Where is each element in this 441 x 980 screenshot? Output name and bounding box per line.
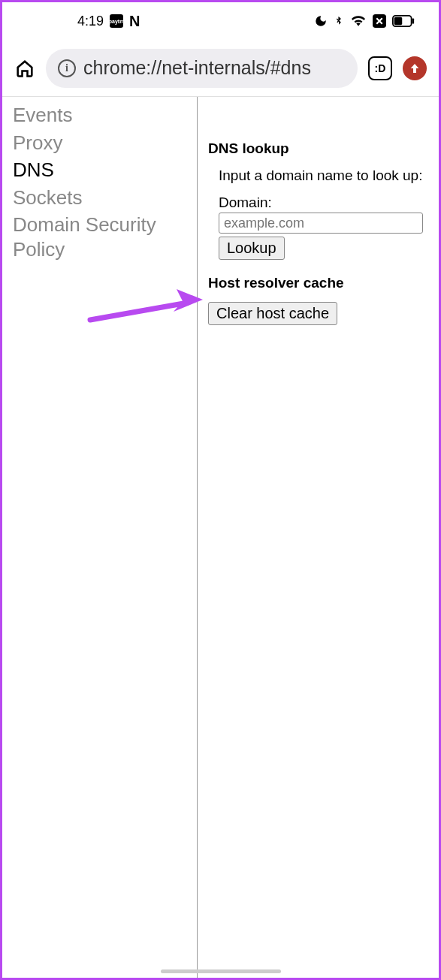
- url-bar[interactable]: i chrome://net-internals/#dns: [46, 49, 358, 88]
- home-button[interactable]: [14, 58, 35, 79]
- status-right: [314, 14, 415, 29]
- host-resolver-cache-heading: Host resolver cache: [208, 275, 428, 291]
- sidebar: Events Proxy DNS Sockets Domain Security…: [2, 97, 198, 978]
- url-text: chrome://net-internals/#dns: [83, 57, 311, 79]
- site-info-icon[interactable]: i: [58, 59, 76, 77]
- browser-toolbar: i chrome://net-internals/#dns :D: [2, 40, 439, 97]
- svg-rect-3: [412, 18, 414, 23]
- domain-label: Domain:: [219, 194, 428, 211]
- main-panel: DNS lookup Input a domain name to look u…: [198, 97, 439, 978]
- dns-lookup-instruction: Input a domain name to look up:: [219, 167, 428, 184]
- battery-icon: [392, 15, 415, 27]
- home-icon: [14, 58, 35, 79]
- sidebar-item-dns[interactable]: DNS: [2, 156, 197, 184]
- sidebar-item-proxy[interactable]: Proxy: [2, 129, 197, 157]
- wifi-icon: [350, 14, 367, 28]
- app-notification-icon: paytm: [110, 14, 123, 28]
- tabs-button[interactable]: :D: [368, 56, 392, 80]
- tab-count: :D: [375, 62, 386, 74]
- sidebar-item-domain-security-policy[interactable]: Domain Security Policy: [2, 211, 197, 263]
- clear-host-cache-button[interactable]: Clear host cache: [208, 302, 337, 325]
- close-badge-icon: [373, 14, 386, 28]
- netflix-notification-icon: N: [129, 13, 140, 30]
- sidebar-item-sockets[interactable]: Sockets: [2, 184, 197, 212]
- arrow-up-icon: [409, 62, 421, 74]
- sidebar-item-events[interactable]: Events: [2, 101, 197, 129]
- dns-lookup-heading: DNS lookup: [208, 140, 428, 157]
- page-content: Events Proxy DNS Sockets Domain Security…: [2, 97, 439, 978]
- update-menu-button[interactable]: [403, 56, 427, 80]
- status-time: 4:19: [77, 14, 104, 29]
- status-bar: 4:19 paytm N: [2, 2, 439, 40]
- status-left: 4:19 paytm N: [77, 13, 140, 30]
- lookup-button[interactable]: Lookup: [219, 237, 285, 260]
- dnd-moon-icon: [314, 14, 328, 28]
- gesture-nav-handle[interactable]: [161, 969, 281, 973]
- svg-rect-2: [394, 17, 403, 26]
- bluetooth-icon: [334, 14, 344, 29]
- domain-input[interactable]: [219, 213, 423, 234]
